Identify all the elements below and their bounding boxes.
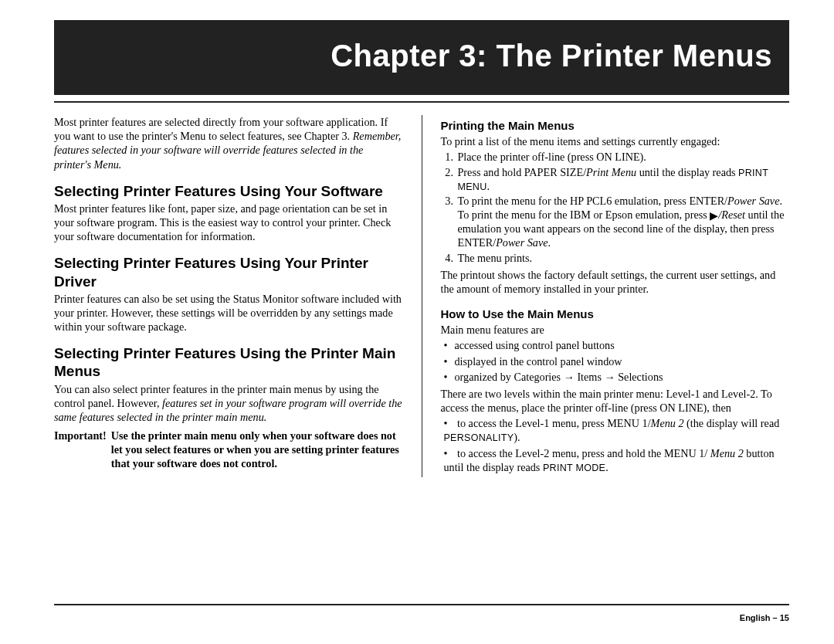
top-rule	[54, 101, 789, 103]
heading-printing: Printing the Main Menus	[440, 118, 789, 133]
printout-paragraph: The printout shows the factory default s…	[440, 268, 789, 296]
paragraph-software: Most printer features like font, paper s…	[54, 202, 403, 244]
heading-driver: Selecting Printer Features Using Your Pr…	[54, 254, 403, 290]
page: Chapter 3: The Printer Menus Most printe…	[0, 0, 834, 644]
heading-main-menus: Selecting Printer Features Using the Pri…	[54, 344, 403, 380]
level-bullets: to access the Level-1 menu, press MENU 1…	[440, 416, 789, 474]
column-divider	[422, 115, 422, 477]
printing-intro: To print a list of the menu items and se…	[440, 134, 789, 148]
level-bullet-1: to access the Level-1 menu, press MENU 1…	[443, 416, 789, 444]
step-3: To print the menu for the HP PCL6 emulat…	[456, 194, 789, 250]
howto-intro: Main menu features are	[440, 323, 789, 337]
bottom-rule	[54, 604, 789, 605]
intro-text: Most printer features are selected direc…	[54, 116, 388, 142]
right-column: Printing the Main Menus To print a list …	[440, 115, 789, 477]
step-2: Press and hold PAPER SIZE/Print Menu unt…	[456, 165, 789, 193]
content-columns: Most printer features are selected direc…	[54, 115, 789, 477]
howto-bullets: accessed using control panel buttons dis…	[440, 338, 789, 384]
bullet-1: accessed using control panel buttons	[443, 338, 789, 352]
paragraph-main-menus: You can also select printer features in …	[54, 382, 403, 425]
play-icon: ▶	[710, 208, 718, 222]
step-4: The menu prints.	[456, 251, 789, 265]
bullet-2: displayed in the control panel window	[443, 354, 789, 368]
intro-paragraph: Most printer features are selected direc…	[54, 115, 403, 171]
important-label: Important!	[54, 429, 107, 471]
heading-howto: How to Use the Main Menus	[440, 307, 789, 321]
levels-paragraph: There are two levels within the main pri…	[440, 387, 789, 415]
paragraph-driver: Printer features can also be set using t…	[54, 292, 403, 334]
important-note: Important! Use the printer main menu onl…	[54, 429, 403, 471]
level-bullet-2: to access the Level-2 menu, press and ho…	[443, 446, 789, 474]
chapter-title: Chapter 3: The Printer Menus	[331, 39, 772, 73]
step-1: Place the printer off-line (press ON LIN…	[456, 150, 789, 164]
chapter-banner: Chapter 3: The Printer Menus	[54, 20, 789, 95]
printing-steps: Place the printer off-line (press ON LIN…	[440, 150, 789, 264]
bullet-3: organized by Categories → Items → Select…	[443, 370, 789, 384]
heading-software: Selecting Printer Features Using Your So…	[54, 182, 403, 200]
left-column: Most printer features are selected direc…	[54, 115, 403, 477]
important-text: Use the printer main menu only when your…	[111, 429, 403, 471]
page-footer: English – 15	[740, 613, 789, 622]
